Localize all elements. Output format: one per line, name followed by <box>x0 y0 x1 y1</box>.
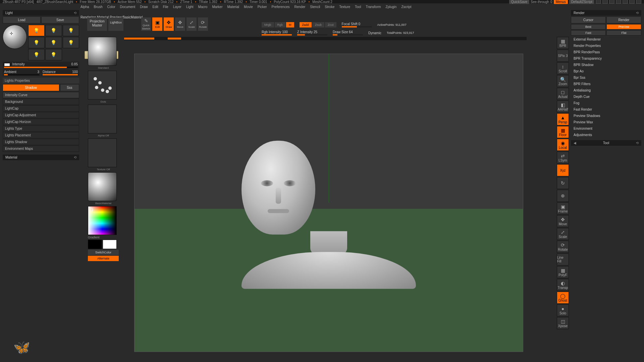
render-item-environment[interactable]: Environment <box>571 125 641 132</box>
m-button[interactable]: M <box>286 22 294 27</box>
draw-button[interactable]: ✥Draw <box>164 17 174 31</box>
menu-color[interactable]: Color <box>107 5 115 9</box>
transp-button[interactable]: ◐Transp <box>557 279 569 291</box>
menus-button[interactable]: Menus <box>554 0 568 4</box>
save-button[interactable]: Save <box>41 16 79 23</box>
menu-render[interactable]: Render <box>294 5 306 9</box>
win-max[interactable] <box>629 0 635 4</box>
render-item-ao[interactable]: Bpr Ao <box>571 68 641 74</box>
aahalf-button[interactable]: ◧AAHalf <box>557 101 569 113</box>
menu-document[interactable]: Document <box>120 5 136 9</box>
menu-picker[interactable]: Picker <box>258 5 267 9</box>
canvas[interactable] <box>134 54 523 352</box>
focal-shift-slider[interactable]: Focal Shift 0 <box>342 22 372 27</box>
edit-button[interactable]: ▣Edit <box>152 17 162 31</box>
menu-transform[interactable]: Transform <box>366 5 381 9</box>
render-item-sss[interactable]: Bpr Sss <box>571 74 641 81</box>
dynamic-label[interactable]: Dynamic <box>368 31 381 35</box>
alternate-button[interactable]: Alternate <box>88 256 119 261</box>
floor-button[interactable]: ▦Floor <box>557 126 569 138</box>
move-button[interactable]: ✥Move <box>175 17 185 31</box>
menu-zplugin[interactable]: Zplugin <box>386 5 397 9</box>
reload-icon[interactable]: ⟲ <box>74 11 76 15</box>
local-button[interactable]: ◉Local <box>557 139 569 151</box>
reload-icon-3[interactable]: ⟲ <box>636 11 639 15</box>
fast-button[interactable]: Fast <box>571 30 606 36</box>
spix-button[interactable]: SPix 3 <box>557 50 569 62</box>
solo-button[interactable]: ●Solo <box>557 304 569 316</box>
rotate-nav-button[interactable]: ⟳Rotate <box>557 241 569 253</box>
render-item-prevshadows[interactable]: Preview Shadows <box>571 113 641 119</box>
section-background[interactable]: Background <box>3 99 79 105</box>
light-slot-4[interactable]: 💡 <box>28 37 45 48</box>
render-item-adjustments[interactable]: Adjustments <box>571 132 641 138</box>
model-bust[interactable] <box>241 141 416 289</box>
texture-swatch[interactable] <box>88 138 117 167</box>
menu-macro[interactable]: Macro <box>198 5 208 9</box>
reload-icon-2[interactable]: ⟲ <box>74 156 76 159</box>
menu-preferences[interactable]: Preferences <box>272 5 290 9</box>
alpha-swatch[interactable] <box>88 105 117 133</box>
menu-tool[interactable]: Tool <box>355 5 361 9</box>
distance-slider[interactable]: Distance 100 <box>41 69 79 76</box>
zcut-button[interactable]: Zcut <box>325 22 336 27</box>
render-item-properties[interactable]: Render Properties <box>571 43 641 49</box>
material-swatch[interactable] <box>88 172 117 201</box>
xpose-button[interactable]: ◫Xpose <box>557 317 569 329</box>
light-direction-sphere[interactable]: ✢ <box>3 25 27 49</box>
light-slot-2[interactable]: 💡 <box>45 25 62 36</box>
ghost-button[interactable]: ◯Ghost <box>557 292 569 304</box>
polyf-button[interactable]: ▦PolyF <box>557 266 569 278</box>
render-item-prevwax[interactable]: Preview Wax <box>571 119 641 125</box>
load-button[interactable]: Load <box>3 16 41 23</box>
menu-layer[interactable]: Layer <box>173 5 181 9</box>
zsub-button[interactable]: Zsub <box>312 22 324 27</box>
intensity-curve-button[interactable]: Intensity Curve <box>3 92 79 98</box>
light-slot-7[interactable]: 💡 <box>28 49 45 60</box>
section-env-maps[interactable]: Environment Maps <box>3 145 79 152</box>
zoom-button[interactable]: 🔍Zoom <box>557 75 569 87</box>
rgb-button[interactable]: Rgb <box>275 22 286 27</box>
shadow-button[interactable]: Shadow <box>3 84 59 91</box>
move-nav-button[interactable]: ✥Move <box>557 215 569 227</box>
linefill-button[interactable]: Line Fill <box>557 253 569 265</box>
win-min[interactable] <box>623 0 628 4</box>
menu-marker[interactable]: Marker <box>212 5 222 9</box>
brush-swatch[interactable] <box>88 37 117 66</box>
reload-icon-4[interactable]: ⟲ <box>636 141 639 145</box>
section-lights-shadow[interactable]: Lights Shadow <box>3 139 79 145</box>
primary-color-swatch[interactable] <box>103 240 117 249</box>
win-btn-4[interactable] <box>616 0 621 4</box>
menu-file[interactable]: File <box>163 5 168 9</box>
light-slot-6[interactable]: 💡 <box>63 37 79 48</box>
menu-edit[interactable]: Edit <box>153 5 158 9</box>
draw-size-slider[interactable]: Draw Size 64 <box>333 30 363 36</box>
menu-texture[interactable]: Texture <box>339 5 350 9</box>
layout-button[interactable]: DefaultZScript <box>569 0 594 4</box>
win-btn-3[interactable] <box>609 0 614 4</box>
menu-material[interactable]: Material <box>227 5 239 9</box>
lights-properties-header[interactable]: Lights Properties <box>3 78 79 83</box>
light-slot-8[interactable]: 💡 <box>45 49 62 60</box>
projection-master-button[interactable]: ProjectionMaster <box>87 17 107 31</box>
render-item-external[interactable]: External Renderer <box>571 36 641 43</box>
mrgb-button[interactable]: Mrgb <box>262 22 274 27</box>
quick-sketch-button[interactable]: ✎QuickSketch <box>141 17 151 31</box>
lsym-button[interactable]: ⇄LSym <box>557 152 569 164</box>
section-lights-placement[interactable]: Lights Placement <box>3 132 79 138</box>
flat-button[interactable]: Flat <box>606 30 641 36</box>
scale-button[interactable]: ⤢Scale <box>186 17 197 31</box>
bpr-button[interactable]: ▦BPR <box>557 37 569 49</box>
secondary-color-swatch[interactable] <box>88 240 102 249</box>
nav-y-button[interactable]: ↻ <box>557 177 569 189</box>
render-item-antialiasing[interactable]: Antialiasing <box>571 87 641 94</box>
xyz-button[interactable]: Xyz <box>557 164 569 176</box>
rgb-intensity-slider[interactable]: Rgb Intensity 100 <box>262 30 292 36</box>
z-intensity-slider[interactable]: Z Intensity 25 <box>297 30 327 36</box>
render-item-transparency[interactable]: BPR Transparency <box>571 55 641 62</box>
light-slot-5[interactable]: 💡 <box>45 37 62 48</box>
scroll-button[interactable]: ↕Scroll <box>557 62 569 74</box>
light-color-swatch[interactable] <box>4 63 10 66</box>
render-item-filters[interactable]: BPR Filters <box>571 81 641 87</box>
zadd-button[interactable]: Zadd <box>300 22 312 27</box>
